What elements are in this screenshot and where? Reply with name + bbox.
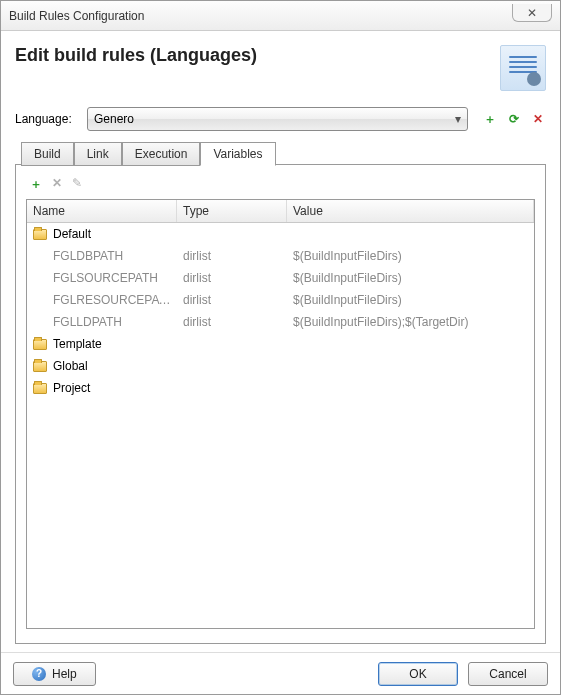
help-icon: ?: [32, 667, 46, 681]
tab-variables[interactable]: Variables: [200, 142, 275, 166]
grid-body: Default FGLDBPATH dirlist $(BuildInputFi…: [27, 223, 534, 628]
folder-icon: [33, 361, 47, 372]
gear-icon: [527, 72, 541, 86]
x-icon: ✕: [533, 112, 543, 126]
folder-global[interactable]: Global: [27, 355, 534, 377]
variables-panel: ＋ ✕ ✎ Name Type Value Default: [15, 164, 546, 644]
variable-row[interactable]: FGLRESOURCEPATH dirlist $(BuildInputFile…: [27, 289, 534, 311]
delete-language-button[interactable]: ✕: [530, 111, 546, 127]
language-label: Language:: [15, 112, 81, 126]
chevron-down-icon: ▾: [455, 112, 461, 126]
dialog-window: Build Rules Configuration ✕ Edit build r…: [0, 0, 561, 695]
folder-template[interactable]: Template: [27, 333, 534, 355]
variables-toolbar: ＋ ✕ ✎: [26, 175, 535, 193]
language-row: Language: Genero ▾ ＋ ⟳ ✕: [15, 107, 546, 131]
tab-build[interactable]: Build: [21, 142, 74, 166]
language-selected: Genero: [94, 112, 134, 126]
language-toolbar: ＋ ⟳ ✕: [482, 111, 546, 127]
refresh-icon: ⟳: [509, 112, 519, 126]
edit-variable-button: ✎: [72, 175, 82, 193]
plus-icon: ＋: [484, 111, 496, 128]
refresh-button[interactable]: ⟳: [506, 111, 522, 127]
help-button[interactable]: ? Help: [13, 662, 96, 686]
folder-icon: [33, 383, 47, 394]
variable-row[interactable]: FGLLDPATH dirlist $(BuildInputFileDirs);…: [27, 311, 534, 333]
x-icon: ✕: [52, 176, 62, 190]
pencil-icon: ✎: [72, 176, 82, 190]
plus-icon: ＋: [30, 177, 42, 191]
delete-variable-button: ✕: [52, 175, 62, 193]
folder-default[interactable]: Default: [27, 223, 534, 245]
folder-icon: [33, 229, 47, 240]
rules-document-icon: [500, 45, 546, 91]
variable-row[interactable]: FGLSOURCEPATH dirlist $(BuildInputFileDi…: [27, 267, 534, 289]
ok-button[interactable]: OK: [378, 662, 458, 686]
variable-row[interactable]: FGLDBPATH dirlist $(BuildInputFileDirs): [27, 245, 534, 267]
tab-bar: Build Link Execution Variables: [15, 141, 546, 165]
tab-execution[interactable]: Execution: [122, 142, 201, 166]
tab-link[interactable]: Link: [74, 142, 122, 166]
column-header-type[interactable]: Type: [177, 200, 287, 222]
close-icon: ✕: [527, 6, 537, 20]
add-variable-button[interactable]: ＋: [30, 175, 42, 193]
close-button[interactable]: ✕: [512, 4, 552, 22]
variables-grid: Name Type Value Default FGLDBPATH dirlis…: [26, 199, 535, 629]
dialog-button-bar: ? Help OK Cancel: [1, 652, 560, 694]
cancel-button[interactable]: Cancel: [468, 662, 548, 686]
column-header-value[interactable]: Value: [287, 200, 534, 222]
content-area: Edit build rules (Languages) Language: G…: [1, 31, 560, 652]
column-header-name[interactable]: Name: [27, 200, 177, 222]
page-title: Edit build rules (Languages): [15, 45, 257, 66]
folder-icon: [33, 339, 47, 350]
language-dropdown[interactable]: Genero ▾: [87, 107, 468, 131]
window-title: Build Rules Configuration: [9, 9, 144, 23]
add-language-button[interactable]: ＋: [482, 111, 498, 127]
heading-row: Edit build rules (Languages): [15, 45, 546, 91]
folder-project[interactable]: Project: [27, 377, 534, 399]
grid-header: Name Type Value: [27, 200, 534, 223]
titlebar: Build Rules Configuration ✕: [1, 1, 560, 31]
